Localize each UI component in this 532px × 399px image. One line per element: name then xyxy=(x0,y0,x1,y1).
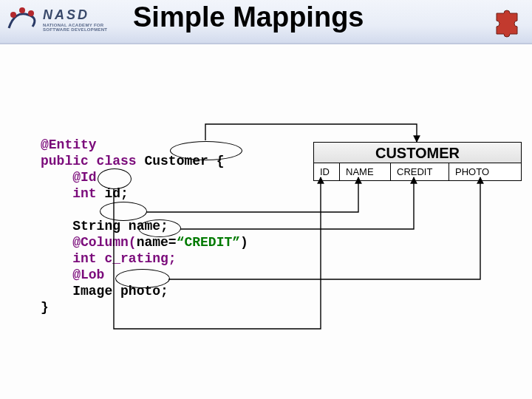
code-column-nameattr: name= xyxy=(137,235,177,250)
code-paren-close: ) xyxy=(240,235,248,250)
code-semi3: ; xyxy=(160,284,168,299)
db-col-credit: CREDIT xyxy=(391,163,449,180)
code-kw-image: Image xyxy=(41,284,120,299)
logo-brand: NASD xyxy=(43,7,107,23)
code-anno-id: @Id xyxy=(41,170,97,185)
code-anno-column: @Column( xyxy=(41,235,137,250)
code-kw-int1: int xyxy=(41,186,104,201)
code-field-crating: int c_rating; xyxy=(41,251,177,266)
db-table: CUSTOMER ID NAME CREDIT PHOTO xyxy=(313,142,522,181)
code-brace-close: } xyxy=(41,300,49,315)
puzzle-piece-icon xyxy=(491,4,525,38)
code-string-credit: “CREDIT” xyxy=(177,235,240,250)
code-anno-lob: @Lob xyxy=(41,267,104,282)
db-col-photo: PHOTO xyxy=(449,163,521,180)
circle-customer xyxy=(170,141,242,160)
slide-title: Simple Mappings xyxy=(133,1,364,33)
circle-id xyxy=(98,168,132,189)
logo-sub-2: SOFTWARE DEVELOPMENT xyxy=(43,27,107,32)
db-col-id: ID xyxy=(314,163,340,180)
svg-point-0 xyxy=(10,12,16,18)
code-semi1: ; xyxy=(120,186,129,201)
code-kw-string: String xyxy=(41,219,129,233)
code-kw-public-class: public class xyxy=(41,154,144,168)
db-table-columns: ID NAME CREDIT PHOTO xyxy=(314,163,521,180)
db-table-title: CUSTOMER xyxy=(314,143,521,163)
db-col-name: NAME xyxy=(340,163,391,180)
circle-nameattr xyxy=(138,219,181,237)
nasd-logo: NASD NATIONAL ACADEMY FOR SOFTWARE DEVEL… xyxy=(6,4,117,35)
circle-photo xyxy=(115,269,170,288)
svg-point-1 xyxy=(19,7,25,13)
logo-swirl-icon xyxy=(6,6,40,34)
code-anno-entity: @Entity xyxy=(41,137,97,152)
circle-name xyxy=(100,202,147,221)
svg-point-2 xyxy=(28,10,34,16)
